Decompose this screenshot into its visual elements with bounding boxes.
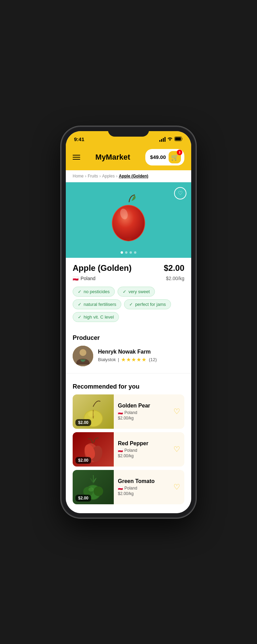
- origin-name: Poland: [81, 276, 96, 281]
- tag-perfect-for-jams: ✓ perfect for jams: [124, 299, 171, 309]
- tomato-name: Green Tomato: [118, 478, 165, 484]
- dot-3[interactable]: [130, 251, 132, 254]
- product-header: Apple (Golden) $2.00: [73, 263, 184, 273]
- menu-button[interactable]: [73, 155, 80, 160]
- rec-item-green-tomato[interactable]: $2.00 Green Tomato 🇵🇱 Poland $2.00/kg ♡: [73, 470, 184, 504]
- breadcrumb: Home › Fruits › Apples › Apple (Golden): [66, 170, 191, 182]
- rec-image-pepper: $2.00: [73, 432, 114, 467]
- pepper-country: Poland: [124, 448, 137, 453]
- producer-separator: |: [118, 357, 119, 362]
- battery-icon: [174, 137, 183, 142]
- recommended-section: Recommended for you $2.00: [66, 378, 191, 513]
- check-icon-3: ✓: [78, 302, 82, 307]
- check-icon-1: ✓: [78, 289, 82, 294]
- producer-section-title: Producer: [73, 334, 184, 342]
- pepper-wishlist-button[interactable]: ♡: [169, 432, 184, 467]
- breadcrumb-fruits[interactable]: Fruits: [88, 174, 98, 179]
- tomato-price-badge: $2.00: [75, 495, 91, 502]
- product-meta: 🇵🇱 Poland $2.00/kg: [73, 276, 184, 281]
- product-price: $2.00: [164, 263, 184, 273]
- tomato-flag: 🇵🇱: [118, 486, 123, 491]
- pear-price-badge: $2.00: [75, 419, 91, 426]
- cart-button[interactable]: 🛒 3: [169, 151, 181, 163]
- product-image-container: ♡: [66, 182, 191, 258]
- pepper-heart-icon: ♡: [173, 445, 180, 454]
- pear-wishlist-button[interactable]: ♡: [169, 394, 184, 429]
- pear-country: Poland: [124, 410, 137, 415]
- wishlist-button[interactable]: ♡: [174, 187, 186, 199]
- pear-origin: 🇵🇱 Poland: [118, 410, 165, 415]
- dot-2[interactable]: [125, 251, 127, 254]
- rec-info-pepper: Red Pepper 🇵🇱 Poland $2.00/kg: [114, 432, 169, 467]
- status-icons: [159, 137, 183, 142]
- signal-bars-icon: [159, 137, 166, 142]
- breadcrumb-apples[interactable]: Apples: [102, 174, 115, 179]
- producer-details: Henryk Nowak Farm Białystok | ★★★★★ (12): [98, 349, 157, 363]
- app-title: MyMarket: [95, 153, 130, 162]
- product-image-apple: [103, 194, 154, 246]
- origin-flag: 🇵🇱: [73, 276, 78, 281]
- pepper-price-per: $2.00/kg: [118, 453, 165, 458]
- pepper-origin: 🇵🇱 Poland: [118, 448, 165, 453]
- svg-point-3: [112, 205, 145, 240]
- rec-info-pear: Golden Pear 🇵🇱 Poland $2.00/kg: [114, 394, 169, 429]
- pepper-name: Red Pepper: [118, 440, 165, 447]
- status-time: 9:41: [74, 136, 84, 142]
- producer-city: Białystok: [98, 357, 116, 362]
- product-origin: 🇵🇱 Poland: [73, 276, 96, 281]
- producer-avatar: [73, 346, 93, 366]
- dot-4[interactable]: [134, 251, 136, 254]
- breadcrumb-current: Apple (Golden): [119, 174, 148, 179]
- breadcrumb-sep-1: ›: [85, 174, 86, 179]
- pear-heart-icon: ♡: [173, 407, 180, 416]
- product-price-per-kg: $2.00/kg: [166, 276, 184, 281]
- tomato-origin: 🇵🇱 Poland: [118, 486, 165, 491]
- tag-very-sweet: ✓ very sweet: [118, 287, 155, 297]
- tag-label-2: very sweet: [128, 289, 150, 294]
- recommended-title: Recommended for you: [73, 383, 184, 390]
- rec-image-tomato: $2.00: [73, 470, 114, 504]
- tomato-heart-icon: ♡: [173, 483, 180, 492]
- cart-price: $49.00: [150, 154, 166, 160]
- divider: [66, 373, 191, 373]
- app-header: MyMarket $49.00 🛒 3: [66, 146, 191, 170]
- tag-high-vit-c: ✓ high vit. C level: [73, 312, 119, 322]
- heart-icon: ♡: [178, 190, 183, 196]
- breadcrumb-sep-2: ›: [99, 174, 101, 179]
- rec-image-pear: $2.00: [73, 394, 114, 429]
- rec-item-red-pepper[interactable]: $2.00 Red Pepper 🇵🇱 Poland $2.00/kg ♡: [73, 432, 184, 467]
- rec-info-tomato: Green Tomato 🇵🇱 Poland $2.00/kg: [114, 470, 169, 504]
- producer-review-count: (12): [149, 357, 157, 362]
- check-icon-2: ✓: [123, 289, 126, 294]
- tomato-wishlist-button[interactable]: ♡: [169, 470, 184, 504]
- check-icon-4: ✓: [129, 302, 133, 307]
- producer-section: Producer Henryk Nowak Farm Białysto: [66, 334, 191, 372]
- pepper-flag: 🇵🇱: [118, 448, 123, 453]
- dot-1[interactable]: [121, 251, 123, 254]
- breadcrumb-sep-3: ›: [116, 174, 118, 179]
- svg-point-5: [125, 237, 132, 241]
- producer-card[interactable]: Henryk Nowak Farm Białystok | ★★★★★ (12): [73, 346, 184, 366]
- svg-rect-1: [175, 137, 181, 140]
- breadcrumb-home[interactable]: Home: [73, 174, 84, 179]
- image-dots: [121, 251, 136, 254]
- cart-badge: 3: [177, 150, 182, 155]
- wifi-icon: [167, 137, 173, 142]
- product-info: Apple (Golden) $2.00 🇵🇱 Poland $2.00/kg …: [66, 258, 191, 334]
- pear-price-per: $2.00/kg: [118, 416, 165, 421]
- tag-label-4: perfect for jams: [135, 302, 166, 307]
- tomato-price-per: $2.00/kg: [118, 491, 165, 496]
- check-icon-5: ✓: [78, 314, 82, 320]
- pear-name: Golden Pear: [118, 403, 165, 409]
- svg-point-17: [94, 486, 103, 496]
- svg-point-7: [79, 349, 86, 356]
- pepper-price-badge: $2.00: [75, 457, 91, 464]
- rec-item-golden-pear[interactable]: $2.00 Golden Pear 🇵🇱 Poland $2.00/kg ♡: [73, 394, 184, 429]
- tag-label-5: high vit. C level: [84, 314, 114, 320]
- pear-flag: 🇵🇱: [118, 410, 123, 415]
- cart-area[interactable]: $49.00 🛒 3: [145, 149, 184, 165]
- producer-name: Henryk Nowak Farm: [98, 349, 157, 355]
- producer-meta: Białystok | ★★★★★ (12): [98, 356, 157, 363]
- product-name: Apple (Golden): [73, 263, 132, 273]
- svg-point-18: [88, 487, 94, 492]
